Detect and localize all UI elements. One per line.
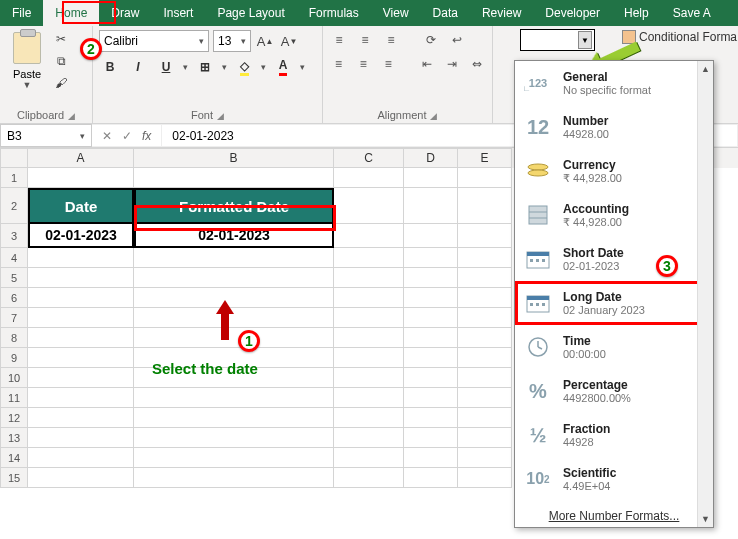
fill-color-button[interactable]: ◇ xyxy=(233,56,255,78)
calendar-icon xyxy=(523,246,553,272)
group-alignment: ≡ ≡ ≡ ⟳ ↩ ≡ ≡ ≡ ⇤ ⇥ ⇔ Alignment◢ xyxy=(323,26,493,123)
select-all-corner[interactable] xyxy=(0,148,28,168)
col-header-B[interactable]: B xyxy=(134,148,334,168)
format-number[interactable]: 12 Number44928.00 xyxy=(515,105,713,149)
clipboard-launcher-icon[interactable]: ◢ xyxy=(68,111,75,121)
orientation-button[interactable]: ⟳ xyxy=(421,30,441,50)
align-right-button[interactable]: ≡ xyxy=(379,54,398,74)
col-header-A[interactable]: A xyxy=(28,148,134,168)
cell-D1[interactable] xyxy=(404,168,458,188)
cell-C1[interactable] xyxy=(334,168,404,188)
fraction-icon: ½ xyxy=(523,422,553,448)
tab-help[interactable]: Help xyxy=(612,0,661,26)
cancel-icon[interactable]: ✕ xyxy=(102,129,112,143)
dropdown-scrollbar[interactable]: ▲ ▼ xyxy=(697,61,713,527)
cell-A2[interactable]: Date xyxy=(28,188,134,224)
scroll-up-icon[interactable]: ▲ xyxy=(698,61,713,77)
tab-home[interactable]: Home xyxy=(43,0,99,26)
cell-B2[interactable]: Formatted Date xyxy=(134,188,334,224)
italic-button[interactable]: I xyxy=(127,56,149,78)
tab-data[interactable]: Data xyxy=(421,0,470,26)
paste-button[interactable]: Paste ▼ xyxy=(6,30,48,92)
cell-C3[interactable] xyxy=(334,224,404,248)
tab-draw[interactable]: Draw xyxy=(99,0,151,26)
calendar-icon xyxy=(523,290,553,316)
format-short-date[interactable]: Short Date02-01-2023 xyxy=(515,237,713,281)
format-fraction[interactable]: ½ Fraction44928 xyxy=(515,413,713,457)
fill-drop-icon[interactable]: ▾ xyxy=(261,62,266,72)
cell-A3[interactable]: 02-01-2023 xyxy=(28,224,134,248)
align-center-button[interactable]: ≡ xyxy=(354,54,373,74)
align-top-button[interactable]: ≡ xyxy=(329,30,349,50)
decrease-font-button[interactable]: A▼ xyxy=(279,31,299,51)
borders-drop-icon[interactable]: ▾ xyxy=(222,62,227,72)
tab-developer[interactable]: Developer xyxy=(533,0,612,26)
wrap-text-button[interactable]: ↩ xyxy=(447,30,467,50)
tab-review[interactable]: Review xyxy=(470,0,533,26)
row-header-3[interactable]: 3 xyxy=(0,224,28,248)
cell-E1[interactable] xyxy=(458,168,512,188)
tab-view[interactable]: View xyxy=(371,0,421,26)
format-accounting[interactable]: Accounting₹ 44,928.00 xyxy=(515,193,713,237)
font-color-drop-icon[interactable]: ▾ xyxy=(300,62,305,72)
fx-icon[interactable]: fx xyxy=(142,129,151,143)
col-header-E[interactable]: E xyxy=(458,148,512,168)
svg-rect-12 xyxy=(530,303,533,306)
scroll-down-icon[interactable]: ▼ xyxy=(698,511,713,527)
font-name-select[interactable]: Calibri▾ xyxy=(99,30,209,52)
row-header-1[interactable]: 1 xyxy=(0,168,28,188)
cell-C2[interactable] xyxy=(334,188,404,224)
cell-E2[interactable] xyxy=(458,188,512,224)
align-bottom-button[interactable]: ≡ xyxy=(381,30,401,50)
format-long-date[interactable]: Long Date02 January 2023 xyxy=(515,281,713,325)
tab-page-layout[interactable]: Page Layout xyxy=(205,0,296,26)
tab-insert[interactable]: Insert xyxy=(151,0,205,26)
cell-D2[interactable] xyxy=(404,188,458,224)
cell-E3[interactable] xyxy=(458,224,512,248)
paste-drop-icon[interactable]: ▼ xyxy=(23,80,32,90)
number-format-select[interactable]: ▼ xyxy=(520,29,595,51)
col-header-D[interactable]: D xyxy=(404,148,458,168)
svg-point-0 xyxy=(528,164,548,170)
align-middle-button[interactable]: ≡ xyxy=(355,30,375,50)
conditional-format-icon xyxy=(622,30,636,44)
cut-button[interactable]: ✂ xyxy=(52,30,70,48)
tab-file[interactable]: File xyxy=(0,0,43,26)
tab-formulas[interactable]: Formulas xyxy=(297,0,371,26)
cell-B3[interactable]: 02-01-2023 xyxy=(134,224,334,248)
more-number-formats-link[interactable]: More Number Formats... xyxy=(515,501,713,531)
format-general[interactable]: 123∟ GeneralNo specific format xyxy=(515,61,713,105)
font-launcher-icon[interactable]: ◢ xyxy=(217,111,224,121)
format-time[interactable]: Time00:00:00 xyxy=(515,325,713,369)
row-header-2[interactable]: 2 xyxy=(0,188,28,224)
svg-rect-6 xyxy=(527,252,549,256)
col-header-C[interactable]: C xyxy=(334,148,404,168)
enter-icon[interactable]: ✓ xyxy=(122,129,132,143)
format-painter-button[interactable]: 🖌 xyxy=(52,74,70,92)
increase-font-button[interactable]: A▲ xyxy=(255,31,275,51)
align-left-button[interactable]: ≡ xyxy=(329,54,348,74)
number-format-drop-icon[interactable]: ▼ xyxy=(578,31,592,49)
align-launcher-icon[interactable]: ◢ xyxy=(430,111,437,121)
format-scientific[interactable]: 102 Scientific4.49E+04 xyxy=(515,457,713,501)
underline-button[interactable]: U xyxy=(155,56,177,78)
borders-button[interactable]: ⊞ xyxy=(194,56,216,78)
decrease-indent-button[interactable]: ⇤ xyxy=(417,54,436,74)
format-currency[interactable]: Currency₹ 44,928.00 xyxy=(515,149,713,193)
font-color-button[interactable]: A xyxy=(272,56,294,78)
underline-drop-icon[interactable]: ▾ xyxy=(183,62,188,72)
conditional-formatting-button[interactable]: Conditional Forma xyxy=(622,30,737,44)
format-percentage[interactable]: % Percentage4492800.00% xyxy=(515,369,713,413)
paste-label: Paste xyxy=(13,68,41,80)
merge-button[interactable]: ⇔ xyxy=(467,54,486,74)
bold-button[interactable]: B xyxy=(99,56,121,78)
copy-button[interactable]: ⧉ xyxy=(52,52,70,70)
number-format-dropdown: 123∟ GeneralNo specific format 12 Number… xyxy=(514,60,714,528)
cell-B1[interactable] xyxy=(134,168,334,188)
name-box[interactable]: B3▾ xyxy=(0,124,92,147)
tab-save[interactable]: Save A xyxy=(661,0,723,26)
increase-indent-button[interactable]: ⇥ xyxy=(442,54,461,74)
cell-A1[interactable] xyxy=(28,168,134,188)
font-size-select[interactable]: 13▾ xyxy=(213,30,251,52)
cell-D3[interactable] xyxy=(404,224,458,248)
